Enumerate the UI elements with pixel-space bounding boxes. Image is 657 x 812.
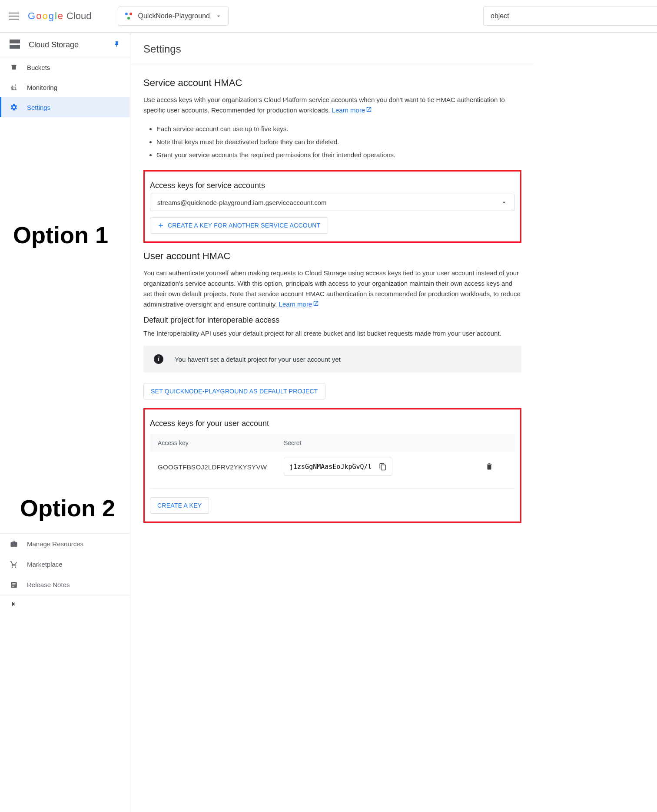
col-access-key: Access key [158, 439, 284, 446]
chevron-down-icon [501, 199, 508, 206]
google-cloud-logo[interactable]: Google Cloud [28, 10, 92, 22]
service-account-select[interactable]: streams@quicknode-playground.iam.gservic… [150, 194, 515, 211]
notes-icon [10, 581, 18, 589]
project-name: QuickNode-Playground [138, 12, 210, 20]
user-access-keys-heading: Access keys for your user account [150, 419, 515, 428]
default-project-heading: Default project for interoperable access [143, 316, 521, 325]
project-picker[interactable]: QuickNode-Playground [118, 7, 229, 26]
col-secret: Secret [284, 439, 485, 446]
annotation-option-2: Option 2 [20, 495, 115, 522]
sidebar-footer: Manage Resources Marketplace Release Not… [0, 533, 130, 612]
bullet-item: Grant your service accounts the required… [156, 149, 521, 162]
plus-icon [157, 222, 164, 229]
footer-item-release-notes[interactable]: Release Notes [0, 574, 130, 595]
sidebar-item-settings[interactable]: Settings [0, 97, 130, 117]
secret-input[interactable] [289, 463, 375, 471]
bucket-icon [10, 63, 18, 72]
bullet-item: Each service account can use up to five … [156, 122, 521, 135]
info-icon: i [154, 354, 163, 364]
info-banner: i You haven't set a default project for … [143, 346, 521, 373]
monitoring-icon [10, 83, 18, 92]
main-content: Settings Service account HMAC Use access… [130, 33, 657, 812]
set-default-project-button[interactable]: SET QUICKNODE-PLAYGROUND AS DEFAULT PROJ… [143, 383, 325, 399]
project-icon [124, 12, 133, 20]
footer-item-manage-resources[interactable]: Manage Resources [0, 534, 130, 554]
footer-label: Manage Resources [27, 540, 83, 548]
service-hmac-desc: Use access keys with your organization's… [143, 95, 521, 116]
search-input[interactable] [483, 7, 657, 26]
cart-icon [10, 560, 18, 569]
top-header: Google Cloud QuickNode-Playground [0, 0, 657, 33]
sidebar: Cloud Storage Buckets Monitoring [0, 33, 130, 812]
learn-more-link[interactable]: Learn more [279, 300, 319, 308]
menu-icon[interactable] [9, 11, 19, 21]
create-key-sa-button[interactable]: CREATE A KEY FOR ANOTHER SERVICE ACCOUNT [150, 217, 328, 234]
collapse-sidebar-button[interactable] [0, 595, 130, 612]
user-keys-table: Access key Secret GOOGTFBSOJ2LDFRV2YKYSY… [150, 434, 515, 489]
table-row: GOOGTFBSOJ2LDFRV2YKYSYVW [150, 452, 515, 488]
copy-icon[interactable] [379, 463, 387, 471]
annotation-option-1: Option 1 [13, 221, 108, 248]
briefcase-icon [10, 540, 18, 548]
nav-label: Monitoring [27, 84, 57, 91]
external-link-icon [313, 300, 319, 307]
service-hmac-bullets: Each service account can use up to five … [156, 122, 521, 162]
highlighted-box-option-2: Access keys for your user account Access… [143, 408, 521, 523]
footer-label: Marketplace [27, 561, 63, 568]
user-hmac-heading: User account HMAC [143, 251, 521, 262]
sidebar-item-buckets[interactable]: Buckets [0, 57, 130, 77]
delete-icon[interactable] [485, 462, 507, 472]
gear-icon [10, 103, 18, 112]
nav-list: Buckets Monitoring Settings [0, 57, 130, 117]
selected-account: streams@quicknode-playground.iam.gservic… [157, 199, 327, 206]
footer-item-marketplace[interactable]: Marketplace [0, 554, 130, 574]
footer-label: Release Notes [27, 581, 70, 588]
pin-icon[interactable] [113, 41, 120, 49]
info-message: You haven't set a default project for yo… [175, 356, 341, 363]
external-link-icon [366, 106, 372, 112]
user-hmac-desc: You can authenticate yourself when makin… [143, 268, 521, 310]
access-keys-sa-heading: Access keys for service accounts [150, 181, 515, 190]
product-title: Cloud Storage [29, 40, 105, 50]
learn-more-link[interactable]: Learn more [332, 106, 372, 114]
chevron-left-icon [10, 600, 17, 608]
access-key-value: GOOGTFBSOJ2LDFRV2YKYSYVW [158, 463, 284, 471]
nav-label: Buckets [27, 64, 50, 71]
highlighted-box-option-1: Access keys for service accounts streams… [143, 170, 521, 243]
create-key-user-button[interactable]: CREATE A KEY [150, 497, 209, 514]
secret-field [284, 458, 392, 476]
service-hmac-heading: Service account HMAC [143, 77, 521, 89]
page-title: Settings [130, 33, 534, 64]
bullet-item: Note that keys must be deactivated befor… [156, 135, 521, 149]
cloud-storage-icon [10, 40, 20, 50]
table-header: Access key Secret [150, 434, 515, 452]
sidebar-item-monitoring[interactable]: Monitoring [0, 77, 130, 97]
dropdown-icon [215, 13, 222, 20]
nav-label: Settings [27, 104, 50, 111]
default-project-desc: The Interoperability API uses your defau… [143, 328, 521, 339]
sidebar-header: Cloud Storage [0, 33, 130, 57]
